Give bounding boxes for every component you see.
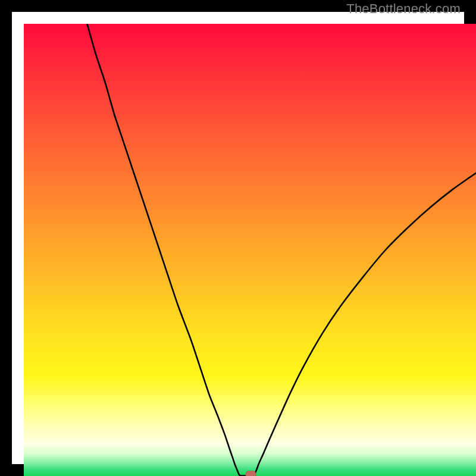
marker-dot: [246, 471, 256, 476]
bottleneck-curve: [87, 24, 476, 476]
watermark-label: TheBottleneck.com: [346, 1, 461, 17]
plot-area: [24, 24, 476, 476]
curve-layer: [24, 24, 476, 476]
chart-frame: [0, 0, 476, 476]
